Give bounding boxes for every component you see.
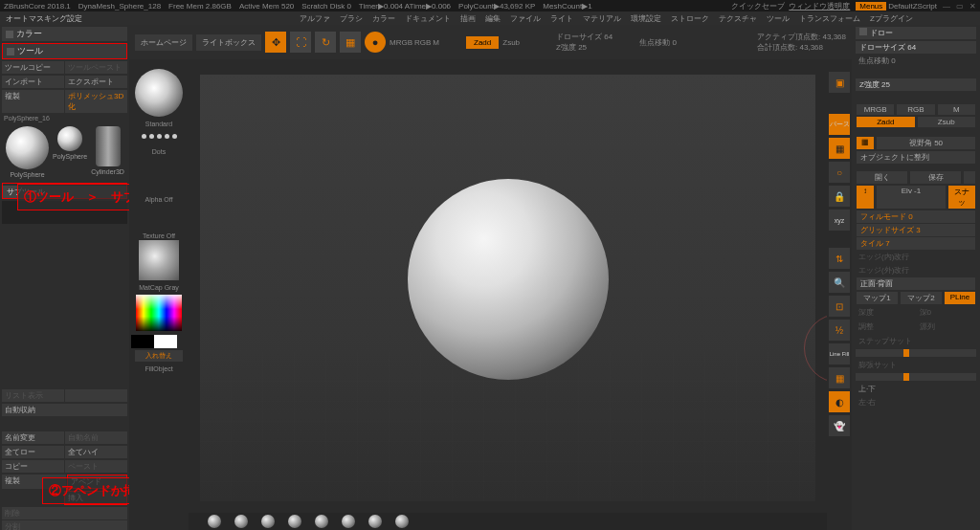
all-high-button[interactable]: 全てハイ — [65, 446, 127, 458]
paste-button[interactable]: ペースト — [65, 460, 127, 473]
menu-item[interactable]: 描画 — [460, 13, 476, 24]
shelf-item[interactable] — [234, 515, 248, 528]
rotate-icon[interactable]: ↻ — [315, 32, 336, 53]
transp-icon[interactable]: ◐ — [829, 391, 850, 412]
menus-toggle[interactable]: Menus — [856, 2, 886, 11]
rgb-toggle[interactable]: RGB — [897, 104, 934, 115]
m-toggle[interactable]: M — [938, 104, 975, 115]
snap-button[interactable]: スナッ — [948, 186, 975, 209]
fillmode-slider[interactable]: フィルモード 0 — [857, 210, 975, 223]
mrgb-button[interactable]: MRGB — [390, 38, 412, 47]
map2-button[interactable]: マップ2 — [901, 292, 942, 304]
menu-item[interactable]: 編集 — [485, 13, 501, 24]
menu-item[interactable]: ドキュメント — [405, 13, 451, 24]
menu-item[interactable]: テクスチャ — [719, 13, 757, 24]
align-button[interactable]: オブジェクトに整列 — [857, 151, 975, 164]
color-picker[interactable] — [136, 295, 182, 331]
tool-thumb-polysphere2[interactable]: PolySphere — [53, 126, 87, 178]
shelf-item[interactable] — [261, 515, 275, 528]
menu-item[interactable]: ツール — [767, 13, 790, 24]
floor-icon[interactable]: ▦ — [829, 138, 850, 159]
swatch-white[interactable] — [154, 335, 177, 348]
frontback-header[interactable]: 正面·背面 — [857, 277, 975, 290]
tool-copy-button[interactable]: ツールコピー — [2, 61, 64, 74]
material-thumb[interactable] — [139, 240, 179, 280]
lock-icon[interactable]: 🔒 — [829, 186, 850, 207]
pline-button[interactable]: PLine — [945, 292, 975, 304]
all-low-button[interactable]: 全てロー — [2, 446, 64, 458]
brush-thumb[interactable] — [135, 69, 183, 117]
homepage-button[interactable]: ホームページ — [135, 34, 192, 51]
drawsize-slider[interactable]: ドローサイズ 64 — [856, 41, 976, 54]
export-button[interactable]: エクスポート — [65, 76, 127, 88]
quicksave-button[interactable]: クイックセーブ — [731, 1, 785, 11]
shelf-item[interactable] — [208, 515, 221, 528]
menu-item[interactable]: 環境設定 — [631, 13, 661, 24]
zadd-button[interactable]: Zadd — [466, 36, 499, 49]
open-button[interactable]: 開く — [857, 171, 907, 184]
menu-item[interactable]: カラー — [372, 13, 395, 24]
elv-icon[interactable]: ↕ — [857, 186, 874, 209]
elv-slider[interactable]: Elv -1 — [877, 186, 946, 209]
make-polymesh-button[interactable]: ポリメッシュ3D化 — [65, 90, 127, 113]
close-icon[interactable]: ✕ — [969, 2, 976, 11]
shelf-item[interactable] — [368, 515, 382, 528]
autoname-button[interactable]: 自動名前 — [65, 431, 127, 444]
menu-item[interactable]: ストローク — [671, 13, 709, 24]
menu-item[interactable]: ブラシ — [340, 13, 363, 24]
menu-item[interactable]: アルファ — [300, 13, 330, 24]
shelf-item[interactable] — [395, 515, 409, 528]
texture-label[interactable]: Texture Off — [131, 232, 187, 239]
localsym-icon[interactable]: ○ — [829, 162, 850, 183]
bpr-icon[interactable]: ▣ — [829, 72, 850, 93]
gridsize-slider[interactable]: グリッドサイズ 3 — [857, 224, 975, 236]
duplicate-button[interactable]: 複製 — [2, 90, 64, 113]
scroll-icon[interactable]: ⇅ — [829, 248, 850, 269]
zoom-icon[interactable]: 🔍 — [829, 272, 850, 293]
focal-slider[interactable]: 焦点移動 0 — [856, 55, 976, 67]
fillobject-button[interactable]: FillObject — [131, 365, 187, 372]
minimize-icon[interactable]: — — [943, 2, 950, 11]
xyz-icon[interactable]: xyz — [829, 210, 850, 231]
menu-item[interactable]: トランスフォーム — [799, 13, 860, 24]
menu-item[interactable]: ファイル — [510, 13, 541, 24]
actual-icon[interactable]: ⊡ — [829, 296, 850, 317]
zsub-button[interactable]: Zsub — [502, 38, 520, 47]
linefill-icon[interactable]: Line Fill — [829, 343, 850, 364]
m-button[interactable]: M — [433, 38, 439, 47]
ghost-icon[interactable]: 👻 — [829, 415, 850, 436]
viewport[interactable] — [200, 75, 815, 501]
color-header[interactable]: カラー — [2, 27, 127, 41]
window-transparency[interactable]: ウィンドウ透明度 — [789, 1, 850, 11]
aahalf-icon[interactable]: ½ — [829, 320, 850, 341]
persp-toggle[interactable]: ▦ — [857, 137, 874, 149]
zadd-toggle[interactable]: Zadd — [857, 117, 915, 127]
tile-slider[interactable]: タイル 7 — [857, 237, 975, 250]
maximize-icon[interactable]: ▭ — [956, 2, 964, 11]
scale-icon[interactable]: ⛶ — [290, 32, 311, 53]
tool-thumb-polysphere[interactable]: PolySphere — [6, 126, 49, 178]
mesh-sphere[interactable] — [408, 179, 609, 380]
persp-icon[interactable]: パース — [829, 114, 850, 135]
lightbox-button[interactable]: ライトボックス — [196, 34, 261, 51]
move-icon[interactable]: ✥ — [265, 32, 286, 53]
copy-button[interactable]: コピー — [2, 460, 64, 473]
delete-button[interactable]: 削除 — [2, 507, 127, 519]
list-all-button[interactable]: リスト表示 — [2, 389, 64, 402]
gizmo-icon[interactable]: ● — [365, 32, 386, 53]
tool-thumb-cylinder[interactable]: Cylinder3D — [91, 126, 124, 178]
tool-header[interactable]: ツール — [3, 44, 126, 58]
map1-button[interactable]: マップ1 — [857, 292, 898, 304]
switch-color-button[interactable]: 入れ替え — [135, 350, 183, 362]
menu-item[interactable]: ライト — [550, 13, 573, 24]
shelf-item[interactable] — [315, 515, 328, 528]
alpha-label[interactable]: Alpha Off — [131, 196, 187, 203]
auto-collapse-button[interactable]: 自動収納 — [2, 404, 127, 416]
frame-icon[interactable]: ▦ — [340, 32, 361, 53]
zsub-toggle[interactable]: Zsub — [918, 117, 976, 127]
menu-item[interactable]: マテリアル — [583, 13, 621, 24]
save-button[interactable]: 保存 — [910, 171, 961, 184]
mrgb-toggle[interactable]: MRGB — [857, 104, 894, 115]
default-zscript[interactable]: DefaultZScript — [888, 2, 937, 11]
rgb-button[interactable]: RGB — [414, 38, 431, 47]
